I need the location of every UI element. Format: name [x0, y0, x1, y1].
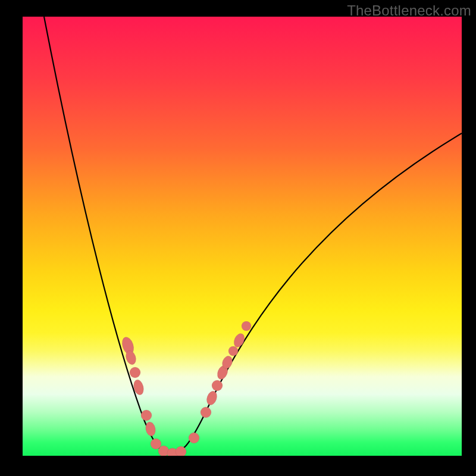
svg-point-10	[189, 433, 199, 443]
svg-point-13	[212, 380, 223, 391]
svg-point-4	[141, 410, 152, 421]
svg-point-5	[145, 421, 157, 437]
svg-point-12	[205, 390, 218, 406]
chart-frame: TheBottleneck.com	[0, 0, 476, 476]
svg-point-16	[228, 346, 238, 356]
right-bead-cluster	[189, 321, 251, 443]
svg-point-11	[201, 407, 211, 418]
curve-path	[44, 17, 462, 453]
svg-point-9	[176, 446, 186, 456]
svg-point-18	[242, 321, 251, 331]
bottleneck-curve	[23, 17, 462, 456]
svg-point-2	[130, 367, 140, 378]
plot-area	[23, 17, 462, 456]
left-bead-cluster	[120, 336, 186, 456]
